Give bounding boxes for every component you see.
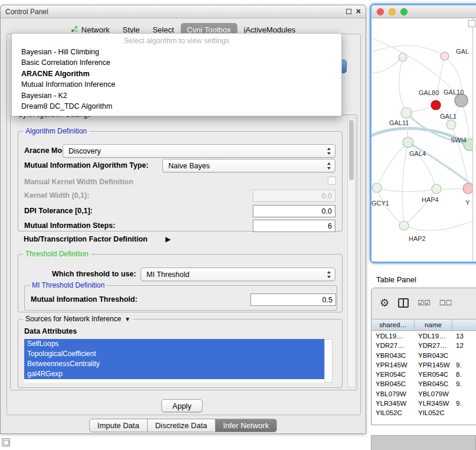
network-edge[interactable]	[399, 57, 406, 113]
attribute-item-gal4rgexp[interactable]: gal4RGexp	[24, 369, 324, 379]
network-edge[interactable]	[451, 125, 468, 188]
network-node-gal1[interactable]	[446, 120, 456, 129]
network-scrollbar[interactable]	[472, 18, 476, 262]
algorithm-option-basic-correlation-inference[interactable]: Basic Correlation Inference	[12, 57, 341, 69]
mi-threshold-input[interactable]	[250, 294, 336, 306]
zoom-icon[interactable]	[400, 8, 407, 15]
settings-scrollbar[interactable]	[347, 118, 356, 387]
network-edge[interactable]	[377, 188, 436, 192]
network-node-gal80[interactable]	[431, 100, 441, 110]
network-canvas[interactable]: GALGAL80GAL10GAL11GAL1SWI4GAL4GCY1HAP4YH…	[371, 18, 476, 262]
table-row[interactable]: YER054CYER054C8.	[372, 370, 476, 379]
close-icon[interactable]	[377, 8, 384, 15]
network-node-gal10[interactable]	[455, 94, 468, 107]
network-edge[interactable]	[404, 217, 476, 231]
expand-right-icon[interactable]: ▶	[165, 235, 171, 243]
column-header[interactable]: name	[415, 319, 452, 330]
network-node-gcy1[interactable]	[372, 183, 382, 193]
network-node-gal-top[interactable]	[441, 52, 449, 60]
sources-title-text: Sources for Network Inference	[25, 315, 121, 323]
table-cell: YIL052C	[415, 408, 452, 418]
algorithm-option-dream8-dc-tdc-algorithm[interactable]: Dream8 DC_TDC Algorithm	[12, 101, 341, 112]
network-edge[interactable]	[377, 188, 404, 226]
minimize-icon[interactable]	[389, 8, 396, 15]
bottom-tab-discretize-data[interactable]: Discretize Data	[147, 419, 216, 432]
table-panel-window: ⚙ ☑☑ ☐☐ shared…name YDL19…YDL19…13YDR27……	[371, 288, 476, 425]
bottom-tab-infer-network[interactable]: Infer Network	[215, 419, 277, 432]
which-threshold-value: MI Threshold	[146, 270, 190, 279]
mi-algorithm-type-value: Naive Bayes	[168, 162, 210, 170]
table-cell: 12	[452, 341, 476, 350]
columns-icon[interactable]	[398, 298, 409, 308]
network-node-hap4[interactable]	[432, 184, 441, 194]
select-columns-icon[interactable]: ☑☑	[418, 299, 431, 307]
table-cell: YDR27…	[372, 341, 415, 350]
network-edge[interactable]	[402, 142, 408, 226]
apply-button[interactable]: Apply	[161, 399, 203, 412]
network-edge[interactable]	[377, 142, 408, 188]
algorithm-option-bayesian-hill-climbing[interactable]: Bayesian - Hill Climbing	[12, 47, 341, 58]
table-cell	[452, 408, 476, 418]
threshold-definition-title: Threshold Definition	[23, 250, 91, 258]
close-window-icon[interactable]: ×	[356, 8, 361, 15]
attribute-item-betweennesscentrality[interactable]: BetweennessCentrality	[24, 359, 324, 369]
column-header[interactable]: shared…	[372, 319, 415, 330]
attributes-list-scrollbar[interactable]	[324, 339, 332, 383]
table-cell: 9.	[452, 399, 476, 408]
dpi-tolerance-input[interactable]	[253, 205, 335, 217]
table-panel-label: Table Panel	[376, 275, 416, 284]
attribute-item-selfloops[interactable]: SelfLoops	[24, 339, 324, 349]
data-attributes-list: SelfLoopsTopologicalCoefficientBetweenne…	[24, 339, 324, 383]
network-edge[interactable]	[371, 57, 403, 73]
algorithm-option-mutual-information-inference[interactable]: Mutual Information Inference	[12, 79, 341, 90]
network-edge[interactable]	[404, 189, 436, 226]
attribute-item-topologicalcoefficient[interactable]: TopologicalCoefficient	[24, 349, 324, 359]
table-cell: YIL052C	[372, 408, 415, 418]
dpi-tolerance-label: DPI Tolerance [0,1]:	[24, 207, 93, 215]
gear-icon[interactable]: ⚙	[380, 297, 389, 309]
network-node-gal4[interactable]	[403, 137, 413, 148]
table-row[interactable]: YBL079WYBL079W	[372, 389, 476, 399]
mi-algorithm-type-select[interactable]: Naive Bayes	[162, 159, 335, 172]
network-node-gal11[interactable]	[401, 107, 412, 118]
table-cell: 8.	[452, 370, 476, 379]
table-row[interactable]: YIL052CYIL052C	[372, 408, 476, 418]
network-edge[interactable]	[371, 45, 445, 56]
network-node-n1[interactable]	[399, 53, 407, 61]
background-window-edge	[371, 435, 476, 450]
table-cell: YBL079W	[372, 389, 415, 399]
aracne-mode-select[interactable]: Discovery	[63, 144, 335, 158]
settings-scrollbar-thumb[interactable]	[349, 120, 354, 180]
network-edge[interactable]	[408, 142, 436, 189]
table-row[interactable]: YBR043CYBR043C	[372, 351, 476, 360]
bottom-tab-impute-data[interactable]: Impute Data	[89, 419, 148, 432]
manual-kernel-width-checkbox[interactable]	[328, 177, 336, 185]
table-row[interactable]: YDR27…YDR27…12	[372, 341, 476, 350]
deselect-columns-icon[interactable]: ☐☐	[439, 299, 452, 307]
which-threshold-select[interactable]: MI Threshold	[141, 268, 335, 281]
table-cell: YER054C	[415, 370, 452, 379]
algorithm-option-bayesian-k2[interactable]: Bayesian - K2	[12, 90, 341, 102]
column-header[interactable]	[452, 319, 476, 330]
network-node-hap2[interactable]	[399, 221, 409, 230]
control-panel-titlebar[interactable]: Control Panel ×	[1, 5, 366, 18]
algorithm-option-aracne-algorithm[interactable]: ARACNE Algorithm	[12, 69, 341, 80]
float-window-icon[interactable]	[346, 9, 351, 14]
restore-panel-icon[interactable]	[2, 438, 10, 446]
table-cell: YBL079W	[415, 389, 452, 399]
algorithm-dropdown-popup: Select algorithm to view settings Bayesi…	[11, 33, 342, 116]
table-cell: YBR045C	[415, 379, 452, 389]
table-row[interactable]: YBR045CYBR045C9.	[372, 379, 476, 389]
table-row[interactable]: YLR345WYLR345W9.	[372, 399, 476, 408]
table-header-row: shared…name	[372, 319, 476, 331]
algorithm-placeholder-option[interactable]: Select algorithm to view settings	[12, 35, 341, 47]
birdseye-anchor-icon[interactable]	[468, 20, 475, 27]
manual-kernel-width-label: Manual Kernel Width Definition	[24, 178, 133, 186]
table-row[interactable]: YPR145WYPR145W9.	[372, 360, 476, 370]
kernel-width-input[interactable]	[253, 190, 335, 202]
network-window-titlebar[interactable]	[371, 5, 476, 18]
table-row[interactable]: YDL19…YDL19…13	[372, 331, 476, 341]
collapse-down-icon[interactable]: ▼	[125, 316, 131, 322]
mi-steps-input[interactable]	[253, 220, 335, 232]
table-cell: 9.	[452, 360, 476, 370]
